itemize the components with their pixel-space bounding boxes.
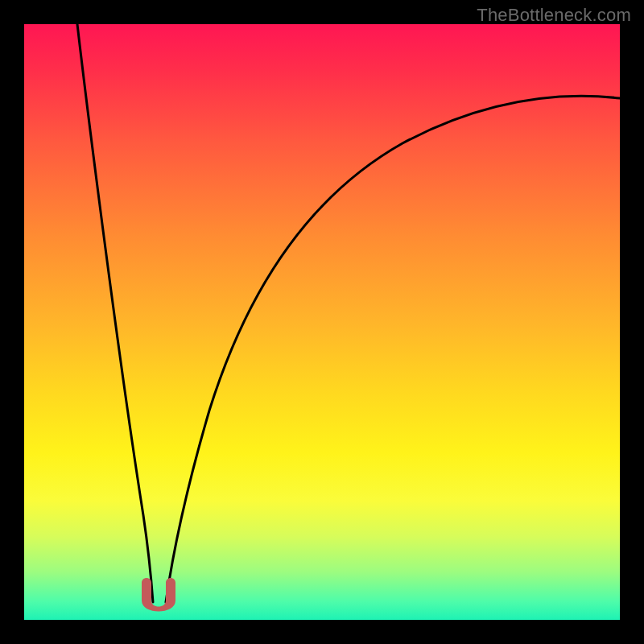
curve-right-branch	[166, 96, 620, 602]
curve-svg	[24, 24, 620, 620]
minimum-marker	[142, 578, 175, 612]
chart-frame: TheBottleneck.com	[0, 0, 644, 644]
plot-area	[24, 24, 620, 620]
curve-left-branch	[77, 24, 153, 602]
watermark-text: TheBottleneck.com	[477, 5, 631, 26]
